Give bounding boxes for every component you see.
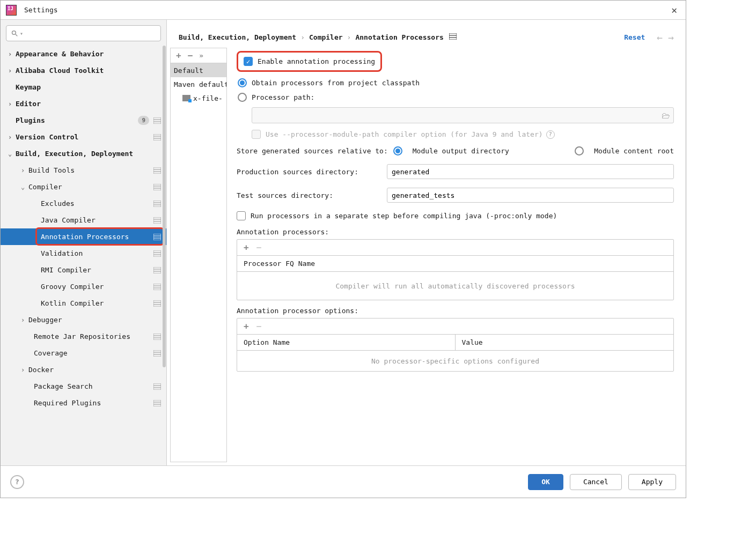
module-content-label: Module content root bbox=[594, 147, 674, 155]
add-option-icon[interactable]: + bbox=[244, 321, 249, 331]
prod-dir-input[interactable] bbox=[387, 164, 674, 179]
svg-rect-21 bbox=[153, 250, 161, 257]
svg-rect-9 bbox=[153, 184, 161, 190]
options-placeholder: No processor-specific options configured bbox=[237, 351, 673, 371]
sidebar-item-docker[interactable]: ›Docker bbox=[1, 361, 166, 378]
sidebar-item-validation[interactable]: Validation bbox=[1, 245, 166, 262]
sidebar-item-java-compiler[interactable]: Java Compiler bbox=[1, 212, 166, 228]
app-icon bbox=[6, 5, 17, 16]
footer: ? OK Cancel Apply bbox=[1, 465, 686, 498]
svg-rect-39 bbox=[153, 383, 161, 390]
ann-options-label: Annotation processor options: bbox=[237, 307, 674, 315]
cancel-button[interactable]: Cancel bbox=[570, 474, 622, 490]
sidebar-item-plugins[interactable]: Plugins9 bbox=[1, 112, 166, 129]
ok-button[interactable]: OK bbox=[528, 474, 563, 490]
project-config-icon bbox=[153, 300, 161, 307]
project-config-icon bbox=[153, 117, 161, 124]
search-input[interactable]: ▾ bbox=[6, 25, 161, 41]
browse-icon[interactable]: 🗁 bbox=[662, 110, 670, 121]
project-config-icon bbox=[153, 400, 161, 406]
sidebar-item-keymap[interactable]: Keymap bbox=[1, 79, 166, 95]
add-profile-icon[interactable]: + bbox=[176, 50, 181, 61]
module-icon bbox=[182, 95, 190, 101]
help-button[interactable]: ? bbox=[10, 475, 24, 489]
profile-xfile[interactable]: x-file- bbox=[171, 91, 226, 105]
settings-tree: ›Appearance & Behavior ›Alibaba Cloud To… bbox=[1, 46, 166, 465]
module-output-radio[interactable] bbox=[393, 146, 402, 155]
project-config-icon bbox=[153, 184, 161, 190]
value-header: Value bbox=[456, 338, 483, 346]
sidebar-item-compiler[interactable]: ⌄Compiler bbox=[1, 179, 166, 195]
processor-path-label: Processor path: bbox=[252, 93, 314, 101]
profiles-panel: + − » Default Maven default x-file- bbox=[170, 48, 227, 462]
enable-annotation-label: Enable annotation processing bbox=[258, 57, 375, 65]
back-icon[interactable]: ← bbox=[657, 32, 663, 43]
sidebar-item-annotation-processors[interactable]: Annotation Processors bbox=[1, 228, 166, 245]
profile-default[interactable]: Default bbox=[171, 63, 226, 77]
svg-rect-27 bbox=[153, 284, 161, 290]
remove-profile-icon[interactable]: − bbox=[188, 50, 193, 61]
sidebar-item-editor[interactable]: ›Editor bbox=[1, 95, 166, 112]
sidebar-item-coverage[interactable]: Coverage bbox=[1, 345, 166, 361]
remove-processor-icon[interactable]: − bbox=[256, 242, 262, 253]
processor-path-radio[interactable] bbox=[238, 93, 247, 102]
details-panel: Enable annotation processing Obtain proc… bbox=[227, 48, 674, 465]
sidebar-item-excludes[interactable]: Excludes bbox=[1, 195, 166, 212]
enable-highlight: Enable annotation processing bbox=[237, 51, 382, 72]
obtain-classpath-label: Obtain processors from project classpath bbox=[252, 79, 420, 87]
project-config-icon bbox=[153, 383, 161, 390]
processors-table: + − Processor FQ Name Compiler will run … bbox=[237, 239, 674, 300]
settings-sidebar: ▾ ›Appearance & Behavior ›Alibaba Cloud … bbox=[1, 20, 167, 465]
svg-rect-42 bbox=[153, 400, 161, 406]
svg-rect-0 bbox=[153, 117, 161, 124]
enable-annotation-checkbox[interactable] bbox=[244, 57, 253, 66]
ann-processors-label: Annotation processors: bbox=[237, 228, 674, 236]
reset-link[interactable]: Reset bbox=[624, 33, 645, 41]
help-icon[interactable]: ? bbox=[546, 130, 555, 139]
sidebar-item-package-search[interactable]: Package Search bbox=[1, 378, 166, 395]
run-separate-checkbox[interactable] bbox=[237, 211, 246, 220]
sidebar-item-required-plugins[interactable]: Required Plugins bbox=[1, 395, 166, 411]
svg-rect-45 bbox=[449, 33, 457, 40]
sidebar-item-vcs[interactable]: ›Version Control bbox=[1, 129, 166, 145]
sidebar-item-appearance[interactable]: ›Appearance & Behavior bbox=[1, 46, 166, 62]
profile-maven[interactable]: Maven default bbox=[171, 77, 226, 91]
sidebar-item-rmi[interactable]: RMI Compiler bbox=[1, 262, 166, 278]
apply-button[interactable]: Apply bbox=[628, 474, 676, 490]
content-header: Build, Execution, Deployment› Compiler› … bbox=[167, 20, 686, 48]
add-processor-icon[interactable]: + bbox=[244, 242, 249, 253]
search-icon bbox=[11, 29, 19, 38]
sidebar-scrollbar[interactable] bbox=[161, 46, 166, 462]
sidebar-item-kotlin[interactable]: Kotlin Compiler bbox=[1, 295, 166, 312]
project-config-icon bbox=[153, 250, 161, 257]
module-content-radio[interactable] bbox=[575, 146, 584, 155]
project-config-icon bbox=[153, 267, 161, 273]
module-path-checkbox bbox=[252, 130, 261, 139]
svg-rect-15 bbox=[153, 217, 161, 224]
svg-rect-24 bbox=[153, 267, 161, 273]
sidebar-item-groovy[interactable]: Groovy Compiler bbox=[1, 278, 166, 295]
project-config-icon bbox=[153, 234, 161, 240]
module-path-label: Use --processor-module-path compiler opt… bbox=[266, 130, 543, 138]
project-config-icon bbox=[449, 33, 457, 41]
more-icon[interactable]: » bbox=[199, 51, 203, 60]
sidebar-item-build[interactable]: ⌄Build, Execution, Deployment bbox=[1, 145, 166, 162]
close-icon[interactable]: ✕ bbox=[668, 4, 680, 16]
obtain-classpath-radio[interactable] bbox=[238, 78, 247, 87]
svg-rect-18 bbox=[153, 234, 161, 240]
sidebar-item-debugger[interactable]: ›Debugger bbox=[1, 312, 166, 328]
sidebar-item-build-tools[interactable]: ›Build Tools bbox=[1, 162, 166, 179]
svg-rect-36 bbox=[153, 350, 161, 357]
run-separate-label: Run processors in a separate step before… bbox=[251, 212, 557, 220]
remove-option-icon[interactable]: − bbox=[256, 321, 262, 331]
sidebar-item-alibaba[interactable]: ›Alibaba Cloud Toolkit bbox=[1, 62, 166, 79]
forward-icon[interactable]: → bbox=[668, 32, 674, 43]
project-config-icon bbox=[153, 350, 161, 357]
project-config-icon bbox=[153, 201, 161, 207]
svg-rect-3 bbox=[153, 134, 161, 140]
test-dir-input[interactable] bbox=[387, 188, 674, 203]
test-dir-label: Test sources directory: bbox=[237, 191, 387, 199]
processor-path-input[interactable]: 🗁 bbox=[252, 107, 674, 123]
sidebar-item-remote-jar[interactable]: Remote Jar Repositories bbox=[1, 328, 166, 345]
prod-dir-label: Production sources directory: bbox=[237, 168, 387, 176]
